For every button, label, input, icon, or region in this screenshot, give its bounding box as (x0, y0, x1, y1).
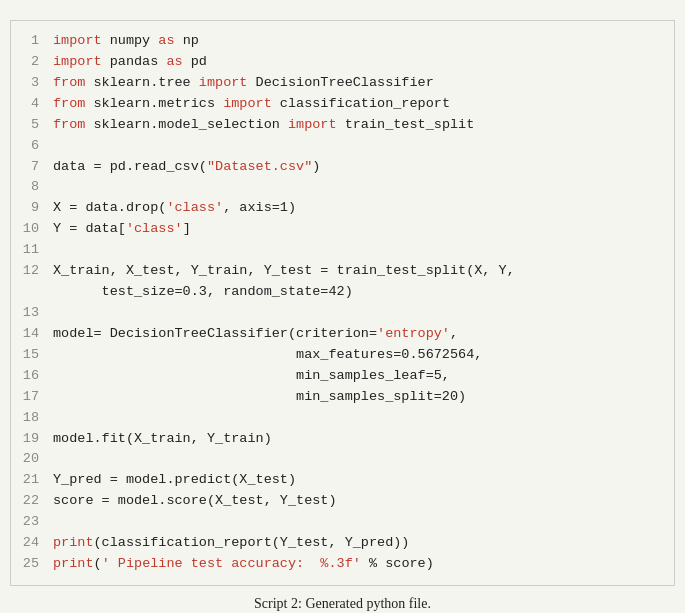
line-number: 13 (11, 303, 39, 324)
line-content: import pandas as pd (53, 52, 207, 73)
line-number: 15 (11, 345, 39, 366)
line-number: 7 (11, 157, 39, 178)
line-number: 6 (11, 136, 39, 157)
line-content: print(classification_report(Y_test, Y_pr… (53, 533, 409, 554)
line-content: min_samples_leaf=5, (53, 366, 450, 387)
line-number: 10 (11, 219, 39, 240)
line-number: 25 (11, 554, 39, 575)
line-content: X = data.drop('class', axis=1) (53, 198, 296, 219)
code-line: 6 (11, 136, 674, 157)
line-number: 23 (11, 512, 39, 533)
line-content: from sklearn.model_selection import trai… (53, 115, 474, 136)
code-line: 17 min_samples_split=20) (11, 387, 674, 408)
code-block: 1import numpy as np2import pandas as pd3… (10, 20, 675, 586)
line-content: max_features=0.5672564, (53, 345, 482, 366)
code-line: 10Y = data['class'] (11, 219, 674, 240)
line-number: 11 (11, 240, 39, 261)
line-content: from sklearn.tree import DecisionTreeCla… (53, 73, 434, 94)
line-number: 8 (11, 177, 39, 198)
code-line: 14model= DecisionTreeClassifier(criterio… (11, 324, 674, 345)
line-number: 16 (11, 366, 39, 387)
code-line: 3from sklearn.tree import DecisionTreeCl… (11, 73, 674, 94)
code-line: 25print(' Pipeline test accuracy: %.3f' … (11, 554, 674, 575)
code-line: 22score = model.score(X_test, Y_test) (11, 491, 674, 512)
line-number: 20 (11, 449, 39, 470)
line-content: model= DecisionTreeClassifier(criterion=… (53, 324, 458, 345)
code-line: 11 (11, 240, 674, 261)
code-line: 8 (11, 177, 674, 198)
code-line: 5from sklearn.model_selection import tra… (11, 115, 674, 136)
code-line: 12X_train, X_test, Y_train, Y_test = tra… (11, 261, 674, 282)
line-number: 9 (11, 198, 39, 219)
code-line: 1import numpy as np (11, 31, 674, 52)
line-content: score = model.score(X_test, Y_test) (53, 491, 337, 512)
line-number: 2 (11, 52, 39, 73)
code-line: 21Y_pred = model.predict(X_test) (11, 470, 674, 491)
code-line: 20 (11, 449, 674, 470)
line-number: 17 (11, 387, 39, 408)
line-number: 21 (11, 470, 39, 491)
line-number: 14 (11, 324, 39, 345)
line-content: from sklearn.metrics import classificati… (53, 94, 450, 115)
line-number: 24 (11, 533, 39, 554)
code-line: test_size=0.3, random_state=42) (11, 282, 674, 303)
code-line: 18 (11, 408, 674, 429)
line-number: 22 (11, 491, 39, 512)
line-content: data = pd.read_csv("Dataset.csv") (53, 157, 320, 178)
line-number: 5 (11, 115, 39, 136)
line-number: 12 (11, 261, 39, 282)
code-line: 13 (11, 303, 674, 324)
line-content: X_train, X_test, Y_train, Y_test = train… (53, 261, 515, 282)
line-number: 1 (11, 31, 39, 52)
line-content: import numpy as np (53, 31, 199, 52)
line-number: 3 (11, 73, 39, 94)
line-content: model.fit(X_train, Y_train) (53, 429, 272, 450)
code-line: 24print(classification_report(Y_test, Y_… (11, 533, 674, 554)
code-line: 19model.fit(X_train, Y_train) (11, 429, 674, 450)
line-content: print(' Pipeline test accuracy: %.3f' % … (53, 554, 434, 575)
line-number: 19 (11, 429, 39, 450)
code-line: 23 (11, 512, 674, 533)
line-content: Y_pred = model.predict(X_test) (53, 470, 296, 491)
code-line: 7data = pd.read_csv("Dataset.csv") (11, 157, 674, 178)
code-line: 4from sklearn.metrics import classificat… (11, 94, 674, 115)
line-number: 4 (11, 94, 39, 115)
line-content: min_samples_split=20) (53, 387, 466, 408)
line-content: Y = data['class'] (53, 219, 191, 240)
code-line: 2import pandas as pd (11, 52, 674, 73)
code-line: 16 min_samples_leaf=5, (11, 366, 674, 387)
code-line: 9X = data.drop('class', axis=1) (11, 198, 674, 219)
line-number: 18 (11, 408, 39, 429)
line-content: test_size=0.3, random_state=42) (53, 282, 353, 303)
page-container: 1import numpy as np2import pandas as pd3… (0, 0, 685, 613)
code-line: 15 max_features=0.5672564, (11, 345, 674, 366)
caption: Script 2: Generated python file. (10, 596, 675, 612)
